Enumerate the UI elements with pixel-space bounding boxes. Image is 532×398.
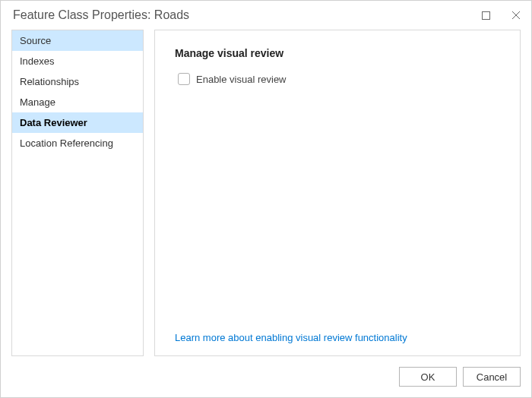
sidebar-item-label: Location Referencing xyxy=(20,137,113,149)
section-title: Manage visual review xyxy=(175,47,500,59)
checkbox-label: Enable visual review xyxy=(196,74,287,85)
sidebar-item-label: Relationships xyxy=(20,76,79,87)
sidebar-item-source[interactable]: Source xyxy=(12,30,143,51)
close-button[interactable] xyxy=(501,1,531,30)
cancel-button[interactable]: Cancel xyxy=(463,367,521,387)
enable-visual-review-checkbox[interactable]: Enable visual review xyxy=(178,73,500,85)
maximize-button[interactable] xyxy=(470,1,501,30)
titlebar-controls xyxy=(470,1,531,30)
sidebar-item-relationships[interactable]: Relationships xyxy=(12,71,143,92)
sidebar-item-location-referencing[interactable]: Location Referencing xyxy=(12,133,143,153)
window-title: Feature Class Properties: Roads xyxy=(13,8,189,22)
titlebar: Feature Class Properties: Roads xyxy=(1,1,531,30)
maximize-icon xyxy=(482,11,490,20)
sidebar-item-label: Indexes xyxy=(20,55,55,67)
sidebar-item-indexes[interactable]: Indexes xyxy=(12,51,143,71)
sidebar-item-label: Data Reviewer xyxy=(20,117,87,128)
dialog-footer: OK Cancel xyxy=(1,356,531,397)
dialog-body: Source Indexes Relationships Manage Data… xyxy=(1,30,531,356)
sidebar-item-manage[interactable]: Manage xyxy=(12,92,143,112)
checkbox-icon xyxy=(178,73,190,85)
sidebar-item-data-reviewer[interactable]: Data Reviewer xyxy=(12,112,143,133)
close-icon xyxy=(511,11,521,20)
sidebar: Source Indexes Relationships Manage Data… xyxy=(11,30,144,356)
sidebar-item-label: Source xyxy=(20,35,51,46)
content-spacer xyxy=(175,85,500,332)
ok-button[interactable]: OK xyxy=(399,367,457,387)
sidebar-item-label: Manage xyxy=(20,96,55,108)
help-link[interactable]: Learn more about enabling visual review … xyxy=(175,332,500,343)
dialog-window: Feature Class Properties: Roads Source I… xyxy=(0,0,532,398)
content-panel: Manage visual review Enable visual revie… xyxy=(154,30,521,356)
svg-rect-0 xyxy=(482,11,489,19)
